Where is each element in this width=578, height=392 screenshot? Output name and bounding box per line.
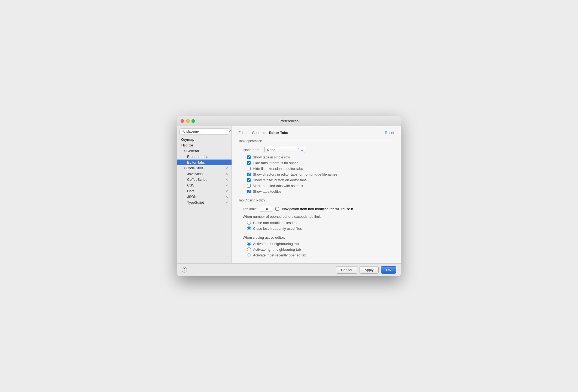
radio-row-activate-recent: Activate most recently opened tab (238, 253, 394, 257)
sidebar-item-label: JavaScript (187, 172, 204, 176)
checkbox-hide-extension[interactable] (247, 167, 251, 170)
checkbox-label-hide-no-space: Hide tabs if there is no space (253, 161, 299, 165)
checkbox-label-show-single-row: Show tabs in single row (253, 155, 290, 159)
config-icon: ⊙ (226, 195, 228, 198)
sidebar-item-keymap[interactable]: Keymap (177, 137, 232, 142)
radio-label-activate-right: Activate right neighbouring tab (253, 247, 301, 252)
radio-label-close-less-frequent: Close less frequently used files (253, 226, 302, 231)
help-button[interactable]: ? (182, 267, 187, 272)
tab-limit-row: Tab limit: Navigation from non-modified … (238, 206, 394, 212)
checkbox-hide-no-space[interactable] (247, 161, 251, 165)
search-box: 🔍 ✕ (180, 128, 229, 134)
radio-activate-right[interactable] (247, 247, 251, 251)
window-title: Preferences (279, 119, 299, 123)
close-editor-radios: Activate left neighbouring tab Activate … (238, 242, 394, 259)
radio-row-activate-left: Activate left neighbouring tab (238, 242, 394, 246)
placement-label: Placement: (243, 148, 264, 152)
triangle-icon: ▾ (184, 149, 185, 152)
maximize-button[interactable] (191, 119, 195, 123)
checkbox-row-hide-no-space: Hide tabs if there is no space (238, 161, 394, 165)
checkbox-row-show-tooltips: Show tabs tooltips (238, 189, 394, 194)
sidebar-item-editor[interactable]: ▾Editor (177, 142, 232, 148)
search-icon: 🔍 (181, 130, 185, 133)
sidebar-item-coffeescript[interactable]: CoffeeScript⊙ (177, 177, 232, 182)
config-icon: ⊙ (226, 189, 228, 192)
placement-row: Placement: None Top Bottom Left Right ⌃⌄ (238, 147, 394, 153)
sidebar-item-css[interactable]: CSS⊙ (177, 182, 232, 188)
sidebar-items-container: Keymap▾Editor▾GeneralBreadcrumbsEditor T… (177, 137, 232, 205)
sidebar-item-label: CSS (187, 183, 194, 187)
sidebar-item-label: Code Style (186, 166, 204, 170)
placement-select-wrapper: None Top Bottom Left Right ⌃⌄ (264, 147, 305, 153)
sidebar-item-breadcrumbs[interactable]: Breadcrumbs (177, 154, 232, 160)
sidebar-item-label: Keymap (181, 137, 194, 142)
radio-label-close-non-modified: Close non-modified files first (253, 221, 297, 225)
checkbox-row-show-single-row: Show tabs in single row (238, 155, 394, 159)
sidebar-item-label: CoffeeScript (187, 177, 206, 182)
search-clear-icon[interactable]: ✕ (228, 130, 231, 133)
breadcrumb-sep-2: › (266, 131, 267, 134)
checkbox-label-show-close-btn: Show "close" button on editor tabs (253, 178, 307, 182)
sidebar-item-label: General (186, 149, 199, 153)
config-icon: ⊙ (226, 167, 228, 170)
close-button[interactable] (181, 119, 184, 123)
tab-limit-input[interactable] (260, 206, 272, 212)
radio-label-activate-recent: Activate most recently opened tab (253, 253, 306, 257)
radio-row-close-non-modified: Close non-modified files first (238, 221, 394, 225)
checkbox-show-tooltips[interactable] (247, 190, 251, 193)
tab-appearance-title: Tab Appearance (238, 139, 262, 143)
sidebar-item-code-style[interactable]: ▾Code Style⊙ (177, 165, 232, 171)
checkbox-row-show-directory: Show directory in editor tabs for non-un… (238, 172, 394, 176)
checkbox-show-directory[interactable] (247, 173, 251, 176)
ok-button[interactable]: OK (381, 266, 396, 274)
minimize-button[interactable] (186, 119, 190, 123)
sidebar-item-label: TypeScript (187, 200, 204, 204)
nav-reuse-checkbox[interactable] (275, 207, 279, 211)
checkbox-show-close-btn[interactable] (247, 178, 251, 182)
radio-row-close-less-frequent: Close less frequently used files (238, 226, 394, 231)
breadcrumb-editor-tabs: Editor Tabs (269, 131, 288, 135)
sidebar-item-label: Dart (187, 189, 194, 193)
tab-limit-label: Tab limit: (243, 207, 257, 211)
title-bar: Preferences (177, 116, 401, 126)
sidebar-item-typescript[interactable]: TypeScript⊙ (177, 200, 232, 205)
checkbox-label-mark-modified: Mark modified tabs with asterisk (253, 184, 303, 188)
main-content: 🔍 ✕ Keymap▾Editor▾GeneralBreadcrumbsEdit… (177, 126, 401, 263)
reset-button[interactable]: Reset (385, 131, 394, 135)
sidebar-item-json[interactable]: JSON⊙ (177, 194, 232, 200)
breadcrumb-general: General (252, 131, 264, 135)
apply-button[interactable]: Apply (360, 266, 379, 274)
radio-label-activate-left: Activate left neighbouring tab (253, 242, 299, 246)
help-icon: ? (184, 268, 185, 272)
config-icon: ⊙ (226, 178, 228, 181)
sidebar-item-javascript[interactable]: JavaScript⊙ (177, 171, 232, 177)
cancel-button[interactable]: Cancel (336, 266, 357, 274)
preferences-window: Preferences 🔍 ✕ Keymap▾Editor▾GeneralBre… (177, 116, 401, 276)
checkbox-show-single-row[interactable] (247, 155, 251, 159)
radio-close-non-modified[interactable] (247, 221, 251, 225)
radio-activate-recent[interactable] (247, 253, 251, 257)
breadcrumb-editor: Editor (238, 131, 248, 135)
checkbox-mark-modified[interactable] (247, 184, 251, 188)
checkbox-label-show-tooltips: Show tabs tooltips (253, 189, 282, 194)
radio-activate-left[interactable] (247, 242, 251, 246)
tab-appearance-header: Tab Appearance (238, 139, 394, 143)
placement-select[interactable]: None Top Bottom Left Right (264, 147, 305, 153)
breadcrumb: Editor › General › Editor Tabs Reset (238, 131, 394, 135)
search-input[interactable] (186, 130, 227, 133)
config-icon: ⊙ (226, 201, 228, 204)
config-icon: ⊙ (226, 172, 228, 175)
sidebar-item-editor-tabs[interactable]: Editor Tabs (177, 160, 232, 165)
sidebar-item-dart[interactable]: Dart⊙ (177, 188, 232, 194)
triangle-icon: ▾ (181, 144, 182, 146)
checkbox-label-hide-extension: Hide file extension in editor tabs (253, 167, 303, 171)
nav-reuse-label: Navigation from non-modified tab will re… (282, 207, 353, 211)
sidebar-item-general[interactable]: ▾General (177, 148, 232, 154)
tab-appearance-checkboxes: Show tabs in single row Hide tabs if the… (238, 155, 394, 195)
radio-close-less-frequent[interactable] (247, 226, 251, 230)
sidebar-item-label: Editor Tabs (187, 160, 205, 164)
triangle-icon: ▾ (184, 167, 185, 169)
tab-closing-header: Tab Closing Policy (238, 198, 394, 202)
sidebar-item-label: Breadcrumbs (187, 155, 208, 159)
sidebar: 🔍 ✕ Keymap▾Editor▾GeneralBreadcrumbsEdit… (177, 126, 232, 263)
